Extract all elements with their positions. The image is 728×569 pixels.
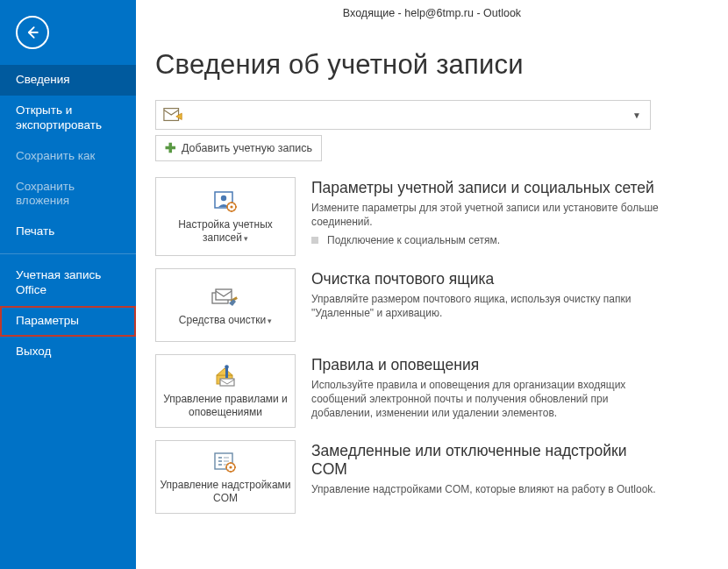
tile-label: Настройка учетных записей <box>178 218 273 244</box>
chevron-down-icon: ▾ <box>244 234 248 243</box>
addins-icon <box>211 449 240 475</box>
sidebar-item-print[interactable]: Печать <box>0 217 136 247</box>
sidebar-item-save-as: Сохранить как <box>0 141 136 172</box>
svg-point-4 <box>230 205 232 208</box>
add-account-label: Добавить учетную запись <box>182 142 312 154</box>
section-title: Очистка почтового ящика <box>311 270 662 288</box>
cleanup-icon <box>210 284 241 310</box>
account-settings-tile[interactable]: Настройка учетных записей▾ <box>155 177 296 256</box>
tile-label: Средства очистки <box>179 314 266 326</box>
sidebar-item-exit[interactable]: Выход <box>0 337 136 367</box>
tile-label: Управление надстройками COM <box>160 479 291 505</box>
page-heading: Сведения об учетной записи <box>155 49 703 81</box>
svg-rect-6 <box>216 289 232 300</box>
section-text: Управление надстройками COM, которые вли… <box>311 482 662 496</box>
back-button[interactable] <box>16 16 49 49</box>
sidebar-item-options[interactable]: Параметры <box>0 306 136 337</box>
account-dropdown[interactable]: ▼ <box>155 100 651 130</box>
plus-icon: ✚ <box>165 140 176 156</box>
chevron-down-icon: ▾ <box>268 317 272 325</box>
svg-point-10 <box>225 365 229 369</box>
backstage-sidebar: Сведения Открыть и экспортировать Сохран… <box>0 0 136 569</box>
sidebar-separator <box>0 253 136 254</box>
section-title: Правила и оповещения <box>311 356 662 374</box>
section-title: Замедленные или отключенные надстройки C… <box>311 442 662 479</box>
svg-point-2 <box>221 196 226 201</box>
account-settings-icon <box>211 188 240 215</box>
section-title: Параметры учетной записи и социальных се… <box>311 179 662 197</box>
sidebar-item-info[interactable]: Сведения <box>0 65 136 96</box>
cleanup-tools-tile[interactable]: Средства очистки▾ <box>155 268 296 342</box>
account-icon <box>163 106 184 124</box>
chevron-down-icon: ▼ <box>632 110 641 120</box>
sidebar-item-save-attachments: Сохранить вложения <box>0 172 136 217</box>
sidebar-item-open-export[interactable]: Открыть и экспортировать <box>0 96 136 141</box>
add-account-button[interactable]: ✚ Добавить учетную запись <box>155 135 322 161</box>
section-text: Управляйте размером почтового ящика, исп… <box>311 292 662 320</box>
tile-label: Управление правилами и оповещениями <box>160 393 291 419</box>
section-bullet: Подключение к социальным сетям. <box>311 234 662 246</box>
com-addins-tile[interactable]: Управление надстройками COM <box>155 440 296 514</box>
section-text: Измените параметры для этой учетной запи… <box>311 201 662 229</box>
rules-icon <box>210 363 241 389</box>
svg-rect-11 <box>220 379 234 386</box>
svg-point-14 <box>229 466 232 468</box>
sidebar-item-office-account[interactable]: Учетная запись Office <box>0 260 136 306</box>
section-text: Используйте правила и оповещения для орг… <box>311 378 662 421</box>
arrow-left-icon <box>24 24 41 41</box>
rules-alerts-tile[interactable]: Управление правилами и оповещениями <box>155 354 296 428</box>
main-content: Сведения об учетной записи ▼ ✚ Добавить … <box>136 0 728 569</box>
